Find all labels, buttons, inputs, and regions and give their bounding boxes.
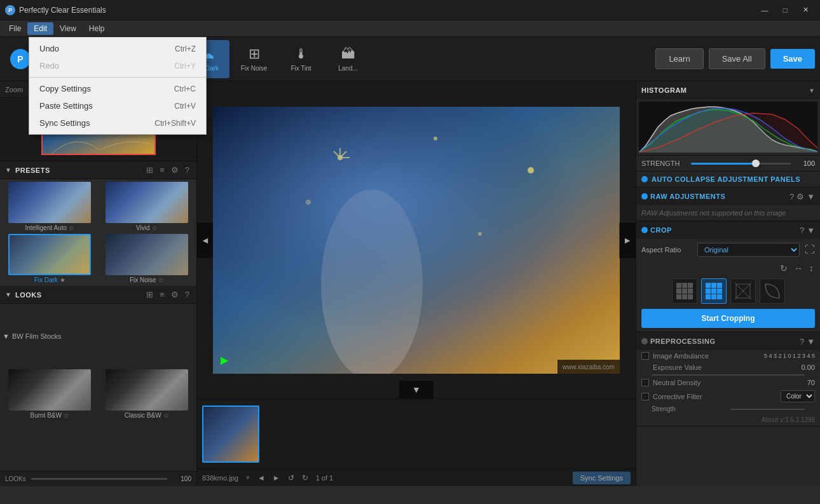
crop-flip-v-button[interactable]: ↕: [808, 262, 815, 275]
crop-help-icon[interactable]: ?: [800, 226, 804, 235]
learn-button[interactable]: Learn: [655, 48, 703, 69]
canvas-nav-bottom[interactable]: ▼: [399, 381, 434, 398]
close-button[interactable]: ✕: [796, 4, 815, 17]
raw-icons: ? ⚙ ▼: [789, 192, 815, 201]
strength-slider[interactable]: [691, 163, 791, 165]
svg-rect-2: [213, 107, 620, 374]
star-icon[interactable]: ☆: [69, 224, 74, 231]
svg-line-11: [340, 151, 346, 158]
tool-fixnoise[interactable]: ⊞ Fix Noise: [232, 40, 277, 78]
watermark-text: www.xiazaiba.com: [563, 364, 615, 371]
status-file: 838kmo.jpg: [202, 474, 238, 482]
star-icon[interactable]: ☆: [163, 412, 169, 419]
watermark: www.xiazaiba.com: [557, 360, 620, 374]
filmstrip-item-1[interactable]: [202, 405, 259, 463]
menu-paste-settings[interactable]: Paste Settings Ctrl+V: [29, 97, 206, 114]
crop-rotate-cw-button[interactable]: ↻: [779, 262, 789, 275]
cg-cell-active: [706, 294, 711, 299]
play-button[interactable]: ▶: [221, 354, 228, 366]
menu-redo[interactable]: Redo Ctrl+Y: [29, 57, 206, 74]
menu-file[interactable]: File: [3, 22, 27, 35]
nav-refresh2-button[interactable]: ↻: [299, 472, 311, 484]
preset-vivid[interactable]: Vivid ☆: [100, 182, 195, 231]
menu-help[interactable]: Help: [83, 22, 111, 35]
preset-intelligent-auto-label: Intelligent Auto ☆: [25, 224, 74, 231]
star-icon[interactable]: ☆: [64, 412, 69, 419]
preset-fixdark[interactable]: Fix Dark ★: [3, 234, 97, 283]
image-ambulance-checkbox[interactable]: [641, 352, 649, 360]
edit-dropdown-menu: Undo Ctrl+Z Redo Ctrl+Y Copy Settings Ct…: [29, 37, 207, 135]
maximize-button[interactable]: □: [776, 4, 795, 17]
preprocessing-section: PREPROCESSING ? ▼ Image Ambulance 5 4 3 …: [636, 332, 820, 426]
crop-expand-icon[interactable]: ⛶: [805, 244, 815, 255]
menu-undo[interactable]: Undo Ctrl+Z: [29, 40, 206, 57]
start-crop-button[interactable]: Start Cropping: [641, 309, 815, 328]
crop-flip-h-button[interactable]: ↔: [793, 262, 804, 275]
canvas-nav-right[interactable]: ►: [619, 222, 636, 258]
presets-list-icon[interactable]: ≡: [158, 164, 167, 176]
nav-prev-button[interactable]: ◄: [255, 472, 268, 484]
preprocessing-arrow-icon[interactable]: ▼: [807, 337, 815, 346]
raw-arrow-icon[interactable]: ▼: [807, 192, 815, 201]
cg-cell: [688, 283, 693, 288]
crop-grid-thirds[interactable]: [701, 278, 727, 304]
menu-view[interactable]: View: [53, 22, 83, 35]
tool-fixtint[interactable]: 🌡 Fix Tint: [279, 40, 324, 78]
looks-list-icon[interactable]: ≡: [158, 289, 167, 301]
preset-intelligent-auto[interactable]: Intelligent Auto ☆: [3, 182, 97, 231]
neutral-density-checkbox[interactable]: [641, 379, 649, 386]
sync-settings-button[interactable]: Sync Settings: [573, 472, 631, 484]
corrective-filter-checkbox[interactable]: [641, 393, 649, 400]
looks-slider[interactable]: [31, 478, 167, 480]
crop-grid-diagonal[interactable]: [730, 278, 756, 304]
status-file-arrow: ▾: [246, 473, 250, 482]
menu-edit[interactable]: Edit: [27, 22, 53, 35]
star-icon[interactable]: ☆: [152, 224, 158, 231]
fixnoise-icon: ⊞: [249, 46, 260, 62]
canvas-nav-left[interactable]: ◄: [197, 222, 214, 258]
strength-handle[interactable]: [752, 160, 760, 167]
raw-help-icon[interactable]: ?: [789, 192, 794, 201]
tool-landscape[interactable]: 🏔 Land...: [326, 40, 371, 78]
corrective-filter-select[interactable]: Color: [781, 390, 815, 402]
nav-refresh1-button[interactable]: ↺: [285, 472, 297, 484]
looks-slider-bar: LOOKs 100: [0, 471, 196, 486]
raw-adjustments-title: RAW ADJUSTMENTS: [650, 193, 787, 200]
menu-separator: [29, 77, 206, 78]
histogram-arrow[interactable]: ▼: [809, 87, 815, 94]
look-burnt-bw[interactable]: Burnt B&W ☆: [3, 369, 97, 469]
crop-golden-ratio[interactable]: [760, 278, 785, 304]
menu-copy-settings[interactable]: Copy Settings Ctrl+C: [29, 80, 206, 97]
crop-arrow-icon[interactable]: ▼: [807, 226, 815, 235]
app-icon: P: [5, 5, 15, 15]
tool-fixtint-label: Fix Tint: [290, 65, 311, 72]
main-content: Zoom: [0, 81, 820, 486]
looks-help-icon[interactable]: ?: [183, 289, 191, 301]
nav-next-button[interactable]: ►: [270, 472, 283, 484]
star-icon[interactable]: ☆: [158, 276, 164, 283]
auto-collapse-row[interactable]: AUTO COLLAPSE ADJUSTMENT PANELS: [636, 172, 820, 187]
save-all-button[interactable]: Save All: [709, 48, 765, 69]
preprocessing-help-icon[interactable]: ?: [800, 337, 804, 346]
about-text: About v:3.6.3.1398: [636, 414, 820, 426]
preproc-strength-slider[interactable]: [730, 409, 805, 410]
minimize-button[interactable]: —: [755, 4, 774, 17]
save-button[interactable]: Save: [770, 49, 815, 69]
exposure-slider[interactable]: [652, 374, 805, 376]
star-active-icon[interactable]: ★: [60, 276, 65, 283]
look-classic-bw[interactable]: Classic B&W ☆: [100, 369, 195, 469]
looks-grid-icon[interactable]: ⊞: [144, 289, 155, 301]
presets-settings-icon[interactable]: ⚙: [169, 164, 181, 176]
looks-settings-icon[interactable]: ⚙: [169, 289, 181, 301]
presets-help-icon[interactable]: ?: [183, 164, 191, 176]
neutral-density-row: Neutral Density 70: [636, 377, 820, 388]
main-image-container: ◄: [197, 81, 636, 398]
menu-sync-settings[interactable]: Sync Settings Ctrl+Shift+V: [29, 114, 206, 132]
preset-fixnoise[interactable]: Fix Noise ☆: [100, 234, 195, 283]
presets-grid-icon[interactable]: ⊞: [144, 164, 155, 176]
auto-collapse-section: AUTO COLLAPSE ADJUSTMENT PANELS: [636, 172, 820, 187]
cg-cell-active: [717, 289, 722, 294]
raw-settings-icon[interactable]: ⚙: [796, 192, 804, 201]
crop-grid-none[interactable]: [672, 278, 697, 304]
crop-aspect-select[interactable]: Original: [697, 243, 800, 257]
